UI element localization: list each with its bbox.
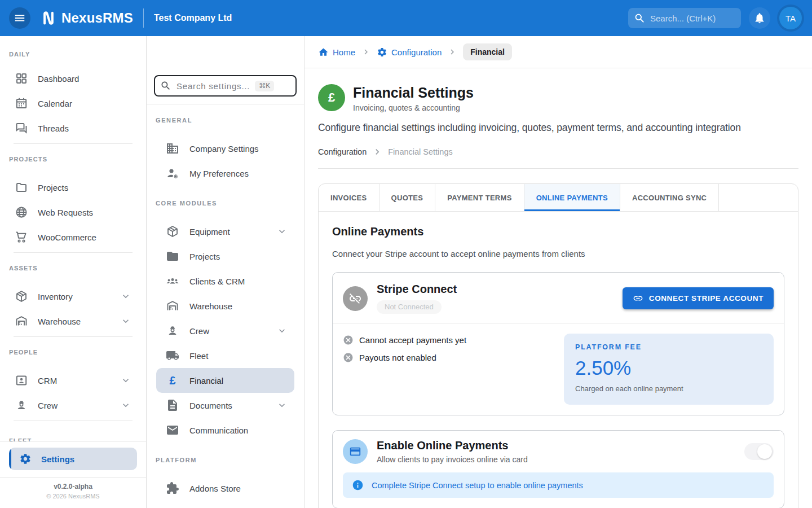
tab-payment-terms[interactable]: PAYMENT TERMS [435, 184, 524, 211]
tab-quotes[interactable]: QUOTES [379, 184, 436, 211]
settings-card: INVOICES QUOTES PAYMENT TERMS ONLINE PAY… [318, 183, 798, 508]
gear-icon [377, 47, 387, 58]
divider [318, 168, 798, 169]
chevron-right-icon [372, 146, 383, 157]
search-icon [160, 80, 171, 91]
settings-item-clients-crm[interactable]: Clients & CRM [156, 269, 294, 294]
status-cannot-accept: Cannot accept payments yet [343, 335, 466, 345]
platform-fee-panel: PLATFORM FEE 2.50% Charged on each onlin… [564, 334, 774, 405]
breadcrumb-current: Financial [463, 43, 512, 60]
page-description: Configure financial settings including i… [318, 122, 798, 134]
search-icon [634, 12, 646, 24]
enable-subtitle: Allow clients to pay invoices online via… [377, 455, 528, 464]
settings-search-input[interactable]: Search settings... ⌘K [154, 75, 297, 97]
shortcut-badge: ⌘K [255, 81, 274, 91]
group-label-core-modules: CORE MODULES [147, 186, 304, 209]
pound-icon: £ [166, 374, 179, 387]
sidebar-item-web-requests[interactable]: Web Requests [0, 200, 146, 225]
sidebar-item-calendar[interactable]: Calendar [0, 91, 146, 116]
settings-item-crew[interactable]: Crew [156, 318, 294, 343]
section-label-daily: DAILY [0, 36, 146, 60]
credit-card-icon [343, 439, 368, 464]
gear-icon [19, 453, 32, 465]
settings-item-communication[interactable]: Communication [156, 418, 294, 443]
folder-icon [15, 181, 28, 194]
sidebar-item-inventory[interactable]: Inventory [0, 284, 146, 309]
sidebar-item-woocommerce[interactable]: WooCommerce [0, 225, 146, 249]
document-icon [166, 398, 179, 412]
info-icon [352, 479, 364, 491]
breadcrumb-home[interactable]: Home [318, 47, 355, 58]
page-header: £ Financial Settings Invoicing, quotes &… [318, 84, 798, 112]
header-divider [143, 8, 144, 28]
box-icon [166, 225, 179, 238]
stripe-connect-card: Stripe Connect Not Connected CONNECT STR… [332, 272, 784, 415]
calendar-icon [15, 97, 28, 110]
global-search[interactable]: Search... (Ctrl+K) [628, 8, 741, 28]
sidebar-bottom: Settings v0.2.0-alpha © 2026 NexusRMS [0, 441, 146, 508]
section-heading: Online Payments [332, 225, 784, 238]
link-off-icon [343, 286, 368, 311]
settings-item-documents[interactable]: Documents [156, 393, 294, 418]
main-content: Home Configuration Financial £ Financial… [304, 36, 812, 508]
globe-icon [15, 205, 28, 219]
settings-item-my-preferences[interactable]: My Preferences [156, 161, 294, 186]
settings-item-company-settings[interactable]: Company Settings [156, 136, 294, 161]
main-sidebar: DAILY Dashboard Calendar Threads PROJECT… [0, 36, 147, 508]
fee-value: 2.50% [575, 357, 762, 379]
chevron-down-icon [276, 400, 288, 411]
status-chip: Not Connected [377, 300, 442, 314]
online-payments-panel: Online Payments Connect your Stripe acco… [319, 212, 798, 508]
settings-search-placeholder: Search settings... [176, 81, 250, 91]
settings-item-equipment[interactable]: Equipment [156, 219, 294, 244]
toggle-thumb [757, 444, 772, 459]
tab-online-payments[interactable]: ONLINE PAYMENTS [524, 184, 620, 211]
chevron-down-icon [120, 375, 131, 386]
breadcrumb-configuration[interactable]: Configuration [377, 47, 442, 58]
global-search-placeholder: Search... (Ctrl+K) [650, 14, 716, 23]
settings-item-fleet[interactable]: Fleet [156, 343, 294, 368]
settings-item-projects[interactable]: Projects [156, 244, 294, 269]
chevron-down-icon [276, 325, 288, 336]
cart-icon [15, 230, 28, 244]
cancel-icon [343, 335, 354, 345]
sidebar-item-projects[interactable]: Projects [0, 175, 146, 200]
tab-accounting-sync[interactable]: ACCOUNTING SYNC [620, 184, 719, 211]
settings-item-addons-store[interactable]: Addons Store [156, 476, 294, 501]
chevron-right-icon [447, 47, 457, 57]
puzzle-icon [166, 481, 179, 495]
brand-logo[interactable]: NexusRMS [40, 10, 133, 27]
secondary-breadcrumb: Configuration Financial Settings [318, 146, 798, 157]
sidebar-item-crew[interactable]: Crew [0, 393, 146, 418]
section-label-assets: ASSETS [0, 253, 146, 274]
section-label-people: PEOPLE [0, 337, 146, 358]
menu-button[interactable] [9, 7, 30, 29]
crumb-configuration[interactable]: Configuration [318, 147, 367, 156]
sidebar-item-warehouse[interactable]: Warehouse [0, 309, 146, 334]
tab-invoices[interactable]: INVOICES [319, 184, 379, 211]
sidebar-item-crm[interactable]: CRM [0, 368, 146, 393]
user-gear-icon [166, 167, 179, 180]
avatar[interactable]: TA [779, 7, 802, 29]
enable-payments-toggle[interactable] [744, 443, 774, 460]
enable-title: Enable Online Payments [377, 439, 528, 452]
chevron-down-icon [120, 316, 131, 327]
crumb-current: Financial Settings [388, 147, 452, 156]
enable-payments-card: Enable Online Payments Allow clients to … [332, 430, 784, 508]
section-description: Connect your Stripe account to accept on… [332, 249, 784, 259]
connect-stripe-button[interactable]: CONNECT STRIPE ACCOUNT [623, 287, 774, 309]
sidebar-item-settings[interactable]: Settings [9, 448, 137, 470]
brand-name: NexusRMS [61, 10, 133, 26]
sidebar-item-threads[interactable]: Threads [0, 116, 146, 141]
chevron-down-icon [120, 400, 131, 411]
dashboard-icon [15, 72, 28, 85]
home-icon [318, 47, 329, 58]
sidebar-item-dashboard[interactable]: Dashboard [0, 66, 146, 91]
fee-caption: Charged on each online payment [575, 384, 762, 393]
settings-item-financial[interactable]: £ Financial [156, 368, 294, 393]
notifications-button[interactable] [749, 7, 770, 29]
warehouse-icon [166, 299, 179, 313]
settings-item-warehouse[interactable]: Warehouse [156, 294, 294, 318]
folder-icon [166, 249, 179, 263]
group-label-platform: PLATFORM [147, 443, 304, 466]
